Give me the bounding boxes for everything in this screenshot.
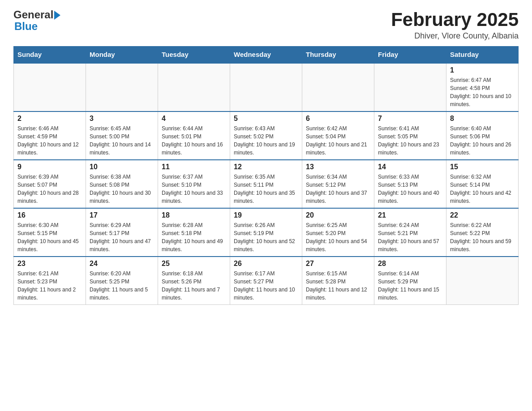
day-number: 15 xyxy=(450,163,515,171)
day-sun-info: Sunrise: 6:14 AMSunset: 5:29 PMDaylight:… xyxy=(378,270,442,302)
day-sun-info: Sunrise: 6:39 AMSunset: 5:07 PMDaylight:… xyxy=(17,173,82,205)
calendar-day-cell xyxy=(446,257,519,305)
calendar-table: SundayMondayTuesdayWednesdayThursdayFrid… xyxy=(13,46,519,305)
day-of-week-header: Saturday xyxy=(446,46,519,63)
day-number: 27 xyxy=(306,260,370,268)
day-sun-info: Sunrise: 6:34 AMSunset: 5:12 PMDaylight:… xyxy=(306,173,370,205)
calendar-day-cell xyxy=(230,63,302,111)
day-number: 12 xyxy=(234,163,298,171)
day-sun-info: Sunrise: 6:42 AMSunset: 5:04 PMDaylight:… xyxy=(306,124,370,157)
day-of-week-header: Friday xyxy=(374,46,446,63)
day-number: 20 xyxy=(306,211,370,219)
day-number: 11 xyxy=(162,163,226,171)
day-sun-info: Sunrise: 6:41 AMSunset: 5:05 PMDaylight:… xyxy=(378,124,442,157)
day-number: 22 xyxy=(450,211,515,219)
calendar-title: February 2025 xyxy=(391,9,519,30)
day-sun-info: Sunrise: 6:28 AMSunset: 5:18 PMDaylight:… xyxy=(162,221,226,253)
calendar-day-cell: 5Sunrise: 6:43 AMSunset: 5:02 PMDaylight… xyxy=(230,111,302,160)
day-sun-info: Sunrise: 6:18 AMSunset: 5:26 PMDaylight:… xyxy=(162,270,226,302)
logo-arrow-icon xyxy=(54,11,60,20)
day-sun-info: Sunrise: 6:35 AMSunset: 5:11 PMDaylight:… xyxy=(234,173,298,205)
day-sun-info: Sunrise: 6:40 AMSunset: 5:06 PMDaylight:… xyxy=(450,124,515,157)
day-number: 4 xyxy=(162,115,226,123)
logo-general: General xyxy=(13,9,53,21)
calendar-day-cell: 11Sunrise: 6:37 AMSunset: 5:10 PMDayligh… xyxy=(158,160,230,208)
calendar-day-cell: 8Sunrise: 6:40 AMSunset: 5:06 PMDaylight… xyxy=(446,111,519,160)
day-number: 21 xyxy=(378,211,442,219)
calendar-day-cell: 13Sunrise: 6:34 AMSunset: 5:12 PMDayligh… xyxy=(302,160,374,208)
day-of-week-header: Sunday xyxy=(14,46,86,63)
calendar-day-cell xyxy=(86,63,158,111)
day-of-week-header: Tuesday xyxy=(158,46,230,63)
calendar-day-cell: 16Sunrise: 6:30 AMSunset: 5:15 PMDayligh… xyxy=(14,208,86,257)
calendar-day-cell xyxy=(374,63,446,111)
calendar-week-row: 23Sunrise: 6:21 AMSunset: 5:23 PMDayligh… xyxy=(14,257,519,305)
calendar-subtitle: Dhiver, Vlore County, Albania xyxy=(391,31,519,41)
day-number: 23 xyxy=(17,260,82,268)
day-sun-info: Sunrise: 6:47 AMSunset: 4:58 PMDaylight:… xyxy=(450,76,515,108)
day-sun-info: Sunrise: 6:29 AMSunset: 5:17 PMDaylight:… xyxy=(90,221,154,253)
page-header: General Blue February 2025 Dhiver, Vlore… xyxy=(13,9,519,41)
day-number: 28 xyxy=(378,260,442,268)
day-number: 18 xyxy=(162,211,226,219)
day-number: 19 xyxy=(234,211,298,219)
calendar-day-cell: 12Sunrise: 6:35 AMSunset: 5:11 PMDayligh… xyxy=(230,160,302,208)
calendar-day-cell: 28Sunrise: 6:14 AMSunset: 5:29 PMDayligh… xyxy=(374,257,446,305)
calendar-week-row: 2Sunrise: 6:46 AMSunset: 4:59 PMDaylight… xyxy=(14,111,519,160)
calendar-day-cell: 23Sunrise: 6:21 AMSunset: 5:23 PMDayligh… xyxy=(14,257,86,305)
calendar-day-cell: 20Sunrise: 6:25 AMSunset: 5:20 PMDayligh… xyxy=(302,208,374,257)
calendar-day-cell: 25Sunrise: 6:18 AMSunset: 5:26 PMDayligh… xyxy=(158,257,230,305)
calendar-week-row: 9Sunrise: 6:39 AMSunset: 5:07 PMDaylight… xyxy=(14,160,519,208)
day-sun-info: Sunrise: 6:38 AMSunset: 5:08 PMDaylight:… xyxy=(90,173,154,205)
logo: General Blue xyxy=(13,9,60,33)
calendar-header-row: SundayMondayTuesdayWednesdayThursdayFrid… xyxy=(14,46,519,63)
calendar-day-cell: 21Sunrise: 6:24 AMSunset: 5:21 PMDayligh… xyxy=(374,208,446,257)
calendar-day-cell: 10Sunrise: 6:38 AMSunset: 5:08 PMDayligh… xyxy=(86,160,158,208)
day-number: 16 xyxy=(17,211,82,219)
day-sun-info: Sunrise: 6:26 AMSunset: 5:19 PMDaylight:… xyxy=(234,221,298,253)
calendar-day-cell xyxy=(14,63,86,111)
day-number: 14 xyxy=(378,163,442,171)
day-number: 10 xyxy=(90,163,154,171)
calendar-day-cell: 2Sunrise: 6:46 AMSunset: 4:59 PMDaylight… xyxy=(14,111,86,160)
calendar-day-cell: 14Sunrise: 6:33 AMSunset: 5:13 PMDayligh… xyxy=(374,160,446,208)
calendar-day-cell: 26Sunrise: 6:17 AMSunset: 5:27 PMDayligh… xyxy=(230,257,302,305)
day-sun-info: Sunrise: 6:44 AMSunset: 5:01 PMDaylight:… xyxy=(162,124,226,157)
day-number: 6 xyxy=(306,115,370,123)
day-number: 26 xyxy=(234,260,298,268)
day-of-week-header: Monday xyxy=(86,46,158,63)
day-number: 9 xyxy=(17,163,82,171)
calendar-day-cell: 22Sunrise: 6:22 AMSunset: 5:22 PMDayligh… xyxy=(446,208,519,257)
calendar-day-cell: 1Sunrise: 6:47 AMSunset: 4:58 PMDaylight… xyxy=(446,63,519,111)
calendar-day-cell xyxy=(302,63,374,111)
day-of-week-header: Wednesday xyxy=(230,46,302,63)
day-sun-info: Sunrise: 6:30 AMSunset: 5:15 PMDaylight:… xyxy=(17,221,82,253)
calendar-day-cell: 18Sunrise: 6:28 AMSunset: 5:18 PMDayligh… xyxy=(158,208,230,257)
day-number: 8 xyxy=(450,115,515,123)
calendar-day-cell: 7Sunrise: 6:41 AMSunset: 5:05 PMDaylight… xyxy=(374,111,446,160)
day-sun-info: Sunrise: 6:46 AMSunset: 4:59 PMDaylight:… xyxy=(17,124,82,157)
calendar-week-row: 1Sunrise: 6:47 AMSunset: 4:58 PMDaylight… xyxy=(14,63,519,111)
day-sun-info: Sunrise: 6:17 AMSunset: 5:27 PMDaylight:… xyxy=(234,270,298,302)
day-sun-info: Sunrise: 6:33 AMSunset: 5:13 PMDaylight:… xyxy=(378,173,442,205)
day-number: 5 xyxy=(234,115,298,123)
calendar-day-cell xyxy=(158,63,230,111)
day-number: 1 xyxy=(450,66,515,74)
calendar-day-cell: 4Sunrise: 6:44 AMSunset: 5:01 PMDaylight… xyxy=(158,111,230,160)
calendar-day-cell: 6Sunrise: 6:42 AMSunset: 5:04 PMDaylight… xyxy=(302,111,374,160)
calendar-day-cell: 19Sunrise: 6:26 AMSunset: 5:19 PMDayligh… xyxy=(230,208,302,257)
calendar-day-cell: 9Sunrise: 6:39 AMSunset: 5:07 PMDaylight… xyxy=(14,160,86,208)
day-number: 3 xyxy=(90,115,154,123)
day-sun-info: Sunrise: 6:37 AMSunset: 5:10 PMDaylight:… xyxy=(162,173,226,205)
day-sun-info: Sunrise: 6:20 AMSunset: 5:25 PMDaylight:… xyxy=(90,270,154,302)
logo-blue: Blue xyxy=(14,21,60,32)
title-block: February 2025 Dhiver, Vlore County, Alba… xyxy=(391,9,519,41)
day-of-week-header: Thursday xyxy=(302,46,374,63)
day-number: 25 xyxy=(162,260,226,268)
day-number: 17 xyxy=(90,211,154,219)
calendar-day-cell: 27Sunrise: 6:15 AMSunset: 5:28 PMDayligh… xyxy=(302,257,374,305)
day-sun-info: Sunrise: 6:43 AMSunset: 5:02 PMDaylight:… xyxy=(234,124,298,157)
day-sun-info: Sunrise: 6:25 AMSunset: 5:20 PMDaylight:… xyxy=(306,221,370,253)
calendar-day-cell: 15Sunrise: 6:32 AMSunset: 5:14 PMDayligh… xyxy=(446,160,519,208)
calendar-day-cell: 17Sunrise: 6:29 AMSunset: 5:17 PMDayligh… xyxy=(86,208,158,257)
